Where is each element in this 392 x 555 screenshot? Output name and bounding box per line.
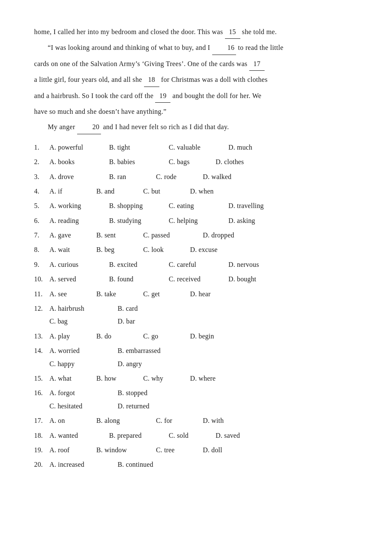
option-row-11: 11.A. seeB. takeC. getD. hear	[34, 288, 358, 301]
option-num: 10.	[34, 273, 49, 286]
option-choice: D. doll	[203, 444, 250, 457]
option-choice: A. served	[49, 273, 109, 286]
option-row-7: 7.A. gaveB. sentC. passedD. dropped	[34, 229, 358, 242]
option-choice: A. if	[49, 185, 96, 198]
option-choice: C. hesitated	[49, 400, 118, 413]
passage-para2-line2: cards on one of the Salvation Army’s ‘Gi…	[34, 58, 358, 71]
option-choice: B. studying	[109, 214, 169, 227]
option-choice: D. much	[228, 141, 275, 154]
passage-para2-text2: cards on one of the Salvation Army’s ‘Gi…	[34, 60, 248, 67]
option-choice: A. on	[49, 414, 96, 427]
option-num: 19.	[34, 444, 49, 457]
option-num: 9.	[34, 258, 49, 271]
option-choice: B. card	[118, 302, 186, 315]
passage: home, I called her into my bedroom and c…	[34, 26, 358, 134]
passage-para2-text4b: and bought the doll for her. We	[173, 92, 262, 99]
option-choice: B. found	[109, 273, 169, 286]
option-row-18: 18.A. wantedB. preparedC. soldD. saved	[34, 429, 358, 442]
passage-text-1b: she told me.	[242, 28, 277, 35]
option-num: 14.	[34, 344, 49, 357]
blank-17: 17	[249, 58, 265, 71]
option-num: 2.	[34, 156, 49, 168]
passage-para2: “I was looking around and thinking of wh…	[34, 41, 358, 55]
option-choice: B. shopping	[109, 199, 169, 212]
option-choice: C. valuable	[169, 141, 228, 154]
option-choice: C. passed	[143, 229, 203, 242]
option-choice: B. along	[96, 414, 156, 427]
option-choice: D. hear	[190, 288, 237, 301]
passage-text-1: home, I called her into my bedroom and c…	[34, 28, 223, 35]
option-choice: B. embarrassed	[118, 344, 186, 357]
option-row-8: 8.A. waitB. begC. lookD. excuse	[34, 243, 358, 256]
option-choice: C. rode	[156, 171, 203, 183]
option-choice: A. drove	[49, 171, 109, 183]
option-row-17: 17.A. onB. alongC. forD. with	[34, 414, 358, 427]
passage-para2-line3: a little girl, four years old, and all s…	[34, 73, 358, 87]
option-choice: B. stopped	[118, 387, 186, 399]
passage-para2-text3b: for Christmas was a doll with clothes	[161, 76, 268, 83]
option-num: 16.	[34, 387, 49, 399]
option-row-15: 15.A. whatB. howC. whyD. where	[34, 372, 358, 385]
option-num: 7.	[34, 229, 49, 242]
option-choice: D. begin	[190, 330, 250, 343]
blank-20: 20	[77, 121, 101, 134]
option-row-9: 9.A. curiousB. excitedC. carefulD. nervo…	[34, 258, 358, 271]
option-num: 15.	[34, 372, 49, 385]
option-choice: D. bar	[118, 315, 186, 328]
passage-line1: home, I called her into my bedroom and c…	[34, 26, 358, 39]
option-choice: C. look	[143, 243, 190, 256]
option-choice: A. powerful	[49, 141, 109, 154]
option-row-4: 4.A. ifB. andC. butD. when	[34, 185, 358, 198]
option-row-3: 3.A. droveB. ranC. rodeD. walked	[34, 171, 358, 183]
passage-para2-line4: and a hairbrush. So I took the card off …	[34, 90, 358, 103]
option-choice: B. take	[96, 288, 143, 301]
passage-para2-text4: and a hairbrush. So I took the card off …	[34, 92, 153, 99]
option-row-16: 16.A. forgotB. stoppedC. hesitatedD. ret…	[34, 387, 358, 413]
option-row-20: 20.A. increasedB. continued	[34, 458, 358, 471]
option-choice: A. play	[49, 330, 96, 343]
passage-para2-text1: “I was looking around and thinking of wh…	[48, 44, 210, 51]
passage-para2-text3: a little girl, four years old, and all s…	[34, 76, 142, 83]
option-choice: D. angry	[118, 358, 186, 370]
option-choice: A. wanted	[49, 429, 109, 442]
option-num: 1.	[34, 141, 49, 154]
option-row-14: 14.A. worriedB. embarrassedC. happyD. an…	[34, 344, 358, 370]
option-choice: B. babies	[109, 156, 169, 168]
option-choice: C. for	[156, 414, 203, 427]
option-num: 18.	[34, 429, 49, 442]
passage-para2-line5: have so much and she doesn’t have anythi…	[34, 105, 358, 118]
option-choice: B. ran	[109, 171, 156, 183]
blank-16: 16	[212, 41, 236, 55]
passage-anger-text: My anger	[48, 123, 75, 130]
option-row-19: 19.A. roofB. windowC. treeD. doll	[34, 444, 358, 457]
option-choice: C. bags	[169, 156, 216, 168]
option-choice: D. when	[190, 185, 237, 198]
option-num: 3.	[34, 171, 49, 183]
option-choice: A. see	[49, 288, 96, 301]
option-choice: A. increased	[49, 458, 118, 471]
option-num: 6.	[34, 214, 49, 227]
option-choice: C. bag	[49, 315, 118, 328]
option-row-2: 2.A. booksB. babiesC. bagsD. clothes	[34, 156, 358, 168]
blank-15: 15	[225, 26, 240, 39]
option-row-10: 10.A. servedB. foundC. receivedD. bought	[34, 273, 358, 286]
blank-18: 18	[144, 73, 159, 87]
option-row-5: 5.A. workingB. shoppingC. eatingD. trave…	[34, 199, 358, 212]
option-choice: A. reading	[49, 214, 109, 227]
option-choice: D. dropped	[203, 229, 262, 242]
option-choice: D. walked	[203, 171, 262, 183]
option-choice: B. sent	[96, 229, 143, 242]
option-num: 5.	[34, 199, 49, 212]
option-num: 4.	[34, 185, 49, 198]
option-num: 11.	[34, 288, 49, 301]
option-choice: C. helping	[169, 214, 228, 227]
passage-anger-line: My anger 20 and I had never felt so rich…	[34, 121, 358, 134]
option-choice: D. nervous	[228, 258, 288, 271]
option-num: 8.	[34, 243, 49, 256]
option-choice: B. prepared	[109, 429, 169, 442]
option-num: 20.	[34, 458, 49, 471]
passage-para2-text1b: to read the little	[238, 44, 284, 51]
option-choice: A. forgot	[49, 387, 118, 399]
option-num: 17.	[34, 414, 49, 427]
option-row-6: 6.A. readingB. studyingC. helpingD. aski…	[34, 214, 358, 227]
